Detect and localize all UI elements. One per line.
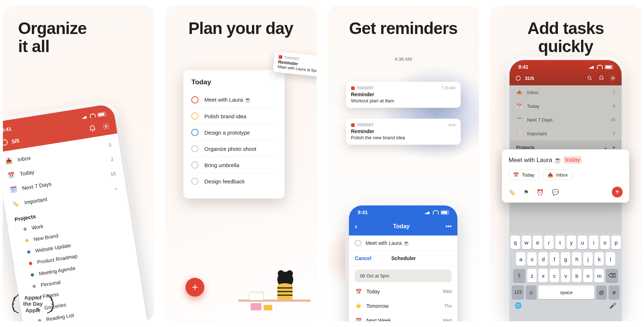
key-p[interactable]: p — [611, 235, 621, 249]
key-r[interactable]: r — [544, 235, 554, 249]
task-row[interactable]: Polish brand idea — [191, 108, 277, 124]
key-l[interactable]: l — [606, 252, 615, 266]
back-icon[interactable]: ‹ — [355, 222, 357, 230]
scheduler-title: Scheduler — [391, 255, 416, 261]
task-row[interactable]: Bring umbrella — [191, 157, 277, 173]
inbox-icon: 📥 — [516, 89, 523, 95]
svg-point-0 — [3, 139, 8, 145]
key-123[interactable]: 123 — [512, 285, 524, 299]
task-ring-icon[interactable] — [191, 129, 199, 136]
key-b[interactable]: b — [572, 269, 581, 283]
mic-icon[interactable]: 🎤 — [609, 302, 617, 309]
label-icon[interactable]: 🏷️ — [508, 189, 516, 196]
date-chip[interactable]: 📅Today — [508, 170, 539, 180]
key-k[interactable]: k — [594, 252, 604, 266]
key-g[interactable]: g — [561, 252, 570, 266]
sched-tomorrow[interactable]: ☀️TomorrowThu — [349, 299, 457, 313]
status-time: 9:41 — [358, 209, 368, 215]
status-time: 9:41 — [518, 64, 528, 70]
scheduler-bar: Cancel Scheduler — [349, 251, 457, 266]
panel-reminders: Get reminders 4:36 AM TODOIST7:30 AM Rem… — [328, 6, 479, 321]
task-input[interactable]: Meet with Laura ☕ today — [508, 156, 623, 164]
task-ring-icon[interactable] — [191, 161, 199, 169]
key-d[interactable]: d — [538, 252, 548, 266]
key-a[interactable]: a — [516, 252, 525, 266]
key-t[interactable]: t — [555, 235, 565, 249]
bell-icon[interactable] — [598, 75, 604, 81]
alarm-icon[interactable]: ⏰ — [537, 189, 544, 196]
key-m[interactable]: m — [594, 269, 604, 283]
key-u[interactable]: u — [578, 235, 587, 249]
key-e[interactable]: e — [533, 235, 542, 249]
task-ring-icon[interactable] — [191, 96, 199, 103]
nav-next7[interactable]: 🗓️Next 7 Days15 — [509, 113, 622, 127]
bell-icon[interactable] — [88, 124, 97, 133]
flag-icon[interactable]: ⚑ — [524, 189, 529, 196]
task-row[interactable]: Meet with Laura ☕ — [191, 92, 277, 108]
task-ring-icon[interactable] — [191, 178, 199, 185]
task-ring-icon[interactable] — [191, 145, 199, 152]
today-icon: 📅 — [516, 103, 523, 109]
task-row[interactable]: Meet with Laura ☕ — [349, 235, 457, 251]
nav-today[interactable]: 📅Today0 — [509, 99, 622, 113]
key-x[interactable]: x — [538, 269, 548, 283]
gear-icon[interactable] — [610, 75, 616, 81]
key-y[interactable]: y — [567, 235, 576, 249]
dot-icon — [25, 238, 29, 242]
dot-icon — [29, 262, 32, 265]
task-row[interactable]: Design a prototype — [191, 124, 277, 141]
key-shift[interactable]: ⇧ — [513, 269, 525, 283]
signal-icon — [425, 211, 431, 214]
more-icon[interactable]: ••• — [445, 223, 452, 230]
panel-add-tasks: Add tasks quickly 9:41 31/5 — [490, 6, 641, 321]
svg-point-1 — [105, 126, 107, 128]
wifi-icon — [433, 210, 439, 215]
submit-button[interactable] — [612, 187, 623, 198]
key-h[interactable]: h — [572, 252, 581, 266]
signal-icon — [589, 65, 595, 69]
progress-icon[interactable] — [3, 138, 9, 146]
key-w[interactable]: w — [522, 235, 531, 249]
key-backspace[interactable]: ⌫ — [606, 269, 618, 283]
key-n[interactable]: n — [583, 269, 593, 283]
nav-important[interactable]: 🏷️Important2 — [509, 127, 622, 140]
key-emoji[interactable]: ☺ — [526, 285, 537, 299]
calendar-icon: 🗓️ — [516, 116, 523, 123]
phone-header: 9:41 ‹ Today ••• — [349, 205, 457, 235]
key-f[interactable]: f — [550, 252, 559, 266]
key-v[interactable]: v — [561, 269, 570, 283]
key-s[interactable]: s — [527, 252, 537, 266]
key-hash[interactable]: # — [609, 285, 619, 299]
gear-icon[interactable] — [102, 122, 110, 131]
comment-icon[interactable]: 💬 — [552, 189, 559, 196]
search-icon[interactable] — [587, 75, 593, 81]
laurel-left-icon — [9, 293, 22, 315]
date-input[interactable]: 08 Oct at 5pm — [355, 269, 452, 282]
todoist-logo-icon — [351, 86, 355, 90]
key-o[interactable]: o — [600, 235, 610, 249]
notification-card[interactable]: TODOISTnow Reminder Polish the new brand… — [346, 119, 461, 145]
nav-inbox[interactable]: 📥Inbox7 — [509, 85, 622, 99]
sched-today[interactable]: 📅TodayWed — [349, 284, 457, 299]
sched-next-week[interactable]: 🗓️Next WeekWed — [349, 313, 457, 321]
key-i[interactable]: i — [589, 235, 598, 249]
add-task-fab[interactable]: + — [185, 278, 204, 297]
key-z[interactable]: z — [527, 269, 537, 283]
project-chip[interactable]: 📥Inbox — [543, 170, 572, 180]
globe-icon[interactable]: 🌐 — [515, 302, 522, 309]
key-j[interactable]: j — [583, 252, 593, 266]
cancel-button[interactable]: Cancel — [355, 255, 371, 261]
task-row[interactable]: Design feedback — [191, 173, 277, 189]
key-space[interactable]: space — [538, 285, 594, 299]
task-ring-icon[interactable] — [355, 240, 361, 246]
svg-point-10 — [588, 76, 591, 79]
notification-card[interactable]: TODOIST7:30 AM Reminder Workout plan at … — [346, 82, 461, 108]
key-at[interactable]: @ — [596, 285, 607, 299]
task-ring-icon[interactable] — [191, 112, 199, 120]
key-c[interactable]: c — [550, 269, 559, 283]
task-row[interactable]: Organize photo shoot — [191, 141, 277, 157]
progress-icon[interactable] — [515, 75, 521, 81]
today-icon: 📅 — [7, 171, 16, 179]
key-q[interactable]: q — [511, 235, 520, 249]
svg-point-11 — [612, 77, 614, 79]
